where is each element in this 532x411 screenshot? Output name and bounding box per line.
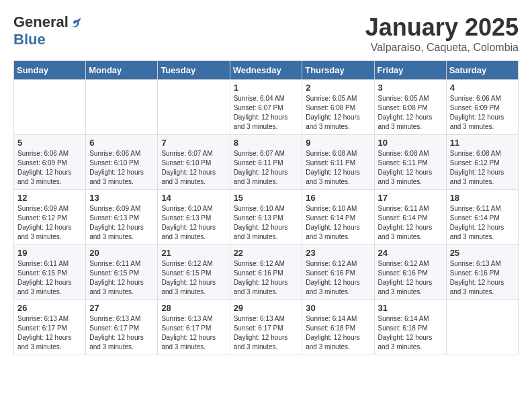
weekday-header-sunday: Sunday: [14, 61, 86, 80]
day-detail: Sunrise: 6:10 AM Sunset: 6:13 PM Dayligh…: [161, 204, 226, 242]
weekday-header-row: SundayMondayTuesdayWednesdayThursdayFrid…: [14, 61, 519, 80]
calendar-cell: [14, 80, 86, 135]
day-number: 3: [378, 83, 443, 93]
day-number: 18: [450, 193, 515, 203]
day-detail: Sunrise: 6:04 AM Sunset: 6:07 PM Dayligh…: [234, 94, 299, 132]
day-detail: Sunrise: 6:06 AM Sunset: 6:09 PM Dayligh…: [17, 149, 82, 187]
day-number: 31: [378, 303, 443, 313]
page-header: General Blue January 2025 Valparaiso, Ca…: [13, 13, 519, 54]
day-detail: Sunrise: 6:08 AM Sunset: 6:11 PM Dayligh…: [378, 149, 443, 187]
calendar-cell: 1Sunrise: 6:04 AM Sunset: 6:07 PM Daylig…: [230, 80, 302, 135]
calendar-week-5: 26Sunrise: 6:13 AM Sunset: 6:17 PM Dayli…: [14, 300, 519, 355]
day-number: 23: [306, 248, 370, 258]
day-detail: Sunrise: 6:12 AM Sunset: 6:15 PM Dayligh…: [161, 259, 226, 297]
logo-bird-icon: [70, 16, 82, 28]
day-number: 11: [450, 138, 515, 148]
day-detail: Sunrise: 6:08 AM Sunset: 6:12 PM Dayligh…: [450, 149, 515, 187]
day-number: 5: [17, 138, 82, 148]
day-number: 19: [17, 248, 82, 258]
day-number: 4: [450, 83, 515, 93]
day-number: 6: [89, 138, 154, 148]
calendar-cell: 23Sunrise: 6:12 AM Sunset: 6:16 PM Dayli…: [302, 245, 374, 300]
calendar-cell: 5Sunrise: 6:06 AM Sunset: 6:09 PM Daylig…: [14, 135, 86, 190]
day-number: 10: [378, 138, 443, 148]
day-number: 1: [234, 83, 299, 93]
calendar-cell: 10Sunrise: 6:08 AM Sunset: 6:11 PM Dayli…: [374, 135, 446, 190]
calendar-cell: 31Sunrise: 6:14 AM Sunset: 6:18 PM Dayli…: [374, 300, 446, 355]
day-number: 14: [161, 193, 226, 203]
calendar-cell: [158, 80, 230, 135]
calendar-cell: 4Sunrise: 6:06 AM Sunset: 6:09 PM Daylig…: [446, 80, 518, 135]
calendar-cell: 15Sunrise: 6:10 AM Sunset: 6:13 PM Dayli…: [230, 190, 302, 245]
calendar-week-1: 1Sunrise: 6:04 AM Sunset: 6:07 PM Daylig…: [14, 80, 519, 135]
day-number: 15: [234, 193, 299, 203]
day-number: 8: [234, 138, 299, 148]
day-detail: Sunrise: 6:07 AM Sunset: 6:10 PM Dayligh…: [161, 149, 226, 187]
calendar-cell: 24Sunrise: 6:12 AM Sunset: 6:16 PM Dayli…: [374, 245, 446, 300]
day-detail: Sunrise: 6:05 AM Sunset: 6:08 PM Dayligh…: [378, 94, 443, 132]
day-number: 9: [306, 138, 370, 148]
calendar-cell: 9Sunrise: 6:08 AM Sunset: 6:11 PM Daylig…: [302, 135, 374, 190]
month-title: January 2025: [365, 13, 519, 42]
day-detail: Sunrise: 6:07 AM Sunset: 6:11 PM Dayligh…: [234, 149, 299, 187]
calendar-cell: 8Sunrise: 6:07 AM Sunset: 6:11 PM Daylig…: [230, 135, 302, 190]
day-number: 16: [306, 193, 370, 203]
calendar-cell: 21Sunrise: 6:12 AM Sunset: 6:15 PM Dayli…: [158, 245, 230, 300]
calendar-cell: 7Sunrise: 6:07 AM Sunset: 6:10 PM Daylig…: [158, 135, 230, 190]
day-detail: Sunrise: 6:11 AM Sunset: 6:15 PM Dayligh…: [17, 259, 82, 297]
calendar-cell: 29Sunrise: 6:13 AM Sunset: 6:17 PM Dayli…: [230, 300, 302, 355]
day-detail: Sunrise: 6:06 AM Sunset: 6:10 PM Dayligh…: [89, 149, 154, 187]
day-number: 24: [378, 248, 443, 258]
calendar-cell: 6Sunrise: 6:06 AM Sunset: 6:10 PM Daylig…: [86, 135, 158, 190]
day-detail: Sunrise: 6:09 AM Sunset: 6:12 PM Dayligh…: [17, 204, 82, 242]
day-number: 29: [234, 303, 299, 313]
calendar-cell: 3Sunrise: 6:05 AM Sunset: 6:08 PM Daylig…: [374, 80, 446, 135]
day-detail: Sunrise: 6:13 AM Sunset: 6:17 PM Dayligh…: [17, 314, 82, 352]
calendar-week-4: 19Sunrise: 6:11 AM Sunset: 6:15 PM Dayli…: [14, 245, 519, 300]
weekday-header-thursday: Thursday: [302, 61, 374, 80]
day-detail: Sunrise: 6:05 AM Sunset: 6:08 PM Dayligh…: [306, 94, 370, 132]
calendar-cell: 18Sunrise: 6:11 AM Sunset: 6:14 PM Dayli…: [446, 190, 518, 245]
weekday-header-tuesday: Tuesday: [158, 61, 230, 80]
day-number: 30: [306, 303, 370, 313]
day-number: 7: [161, 138, 226, 148]
day-number: 20: [89, 248, 154, 258]
day-detail: Sunrise: 6:10 AM Sunset: 6:13 PM Dayligh…: [234, 204, 299, 242]
calendar-cell: 12Sunrise: 6:09 AM Sunset: 6:12 PM Dayli…: [14, 190, 86, 245]
logo-general-text: General: [13, 13, 69, 31]
day-number: 13: [89, 193, 154, 203]
weekday-header-saturday: Saturday: [446, 61, 518, 80]
day-detail: Sunrise: 6:11 AM Sunset: 6:15 PM Dayligh…: [89, 259, 154, 297]
day-detail: Sunrise: 6:11 AM Sunset: 6:14 PM Dayligh…: [450, 204, 515, 242]
weekday-header-monday: Monday: [86, 61, 158, 80]
day-detail: Sunrise: 6:13 AM Sunset: 6:17 PM Dayligh…: [89, 314, 154, 352]
day-number: 26: [17, 303, 82, 313]
day-detail: Sunrise: 6:14 AM Sunset: 6:18 PM Dayligh…: [306, 314, 370, 352]
calendar-cell: [86, 80, 158, 135]
day-detail: Sunrise: 6:14 AM Sunset: 6:18 PM Dayligh…: [378, 314, 443, 352]
calendar-week-3: 12Sunrise: 6:09 AM Sunset: 6:12 PM Dayli…: [14, 190, 519, 245]
calendar-cell: 30Sunrise: 6:14 AM Sunset: 6:18 PM Dayli…: [302, 300, 374, 355]
day-number: 27: [89, 303, 154, 313]
title-section: January 2025 Valparaiso, Caqueta, Colomb…: [365, 13, 519, 54]
location-text: Valparaiso, Caqueta, Colombia: [365, 42, 519, 54]
day-detail: Sunrise: 6:08 AM Sunset: 6:11 PM Dayligh…: [306, 149, 370, 187]
calendar-cell: 25Sunrise: 6:13 AM Sunset: 6:16 PM Dayli…: [446, 245, 518, 300]
calendar-cell: 11Sunrise: 6:08 AM Sunset: 6:12 PM Dayli…: [446, 135, 518, 190]
day-detail: Sunrise: 6:11 AM Sunset: 6:14 PM Dayligh…: [378, 204, 443, 242]
calendar-cell: 28Sunrise: 6:13 AM Sunset: 6:17 PM Dayli…: [158, 300, 230, 355]
calendar-cell: 13Sunrise: 6:09 AM Sunset: 6:13 PM Dayli…: [86, 190, 158, 245]
day-detail: Sunrise: 6:12 AM Sunset: 6:16 PM Dayligh…: [234, 259, 299, 297]
calendar-cell: 2Sunrise: 6:05 AM Sunset: 6:08 PM Daylig…: [302, 80, 374, 135]
day-detail: Sunrise: 6:09 AM Sunset: 6:13 PM Dayligh…: [89, 204, 154, 242]
calendar-cell: 22Sunrise: 6:12 AM Sunset: 6:16 PM Dayli…: [230, 245, 302, 300]
logo: General Blue: [13, 13, 82, 48]
day-detail: Sunrise: 6:13 AM Sunset: 6:16 PM Dayligh…: [450, 259, 515, 297]
calendar-cell: 27Sunrise: 6:13 AM Sunset: 6:17 PM Dayli…: [86, 300, 158, 355]
calendar-cell: 17Sunrise: 6:11 AM Sunset: 6:14 PM Dayli…: [374, 190, 446, 245]
day-number: 28: [161, 303, 226, 313]
day-detail: Sunrise: 6:12 AM Sunset: 6:16 PM Dayligh…: [378, 259, 443, 297]
calendar-week-2: 5Sunrise: 6:06 AM Sunset: 6:09 PM Daylig…: [14, 135, 519, 190]
day-detail: Sunrise: 6:06 AM Sunset: 6:09 PM Dayligh…: [450, 94, 515, 132]
day-detail: Sunrise: 6:12 AM Sunset: 6:16 PM Dayligh…: [306, 259, 370, 297]
